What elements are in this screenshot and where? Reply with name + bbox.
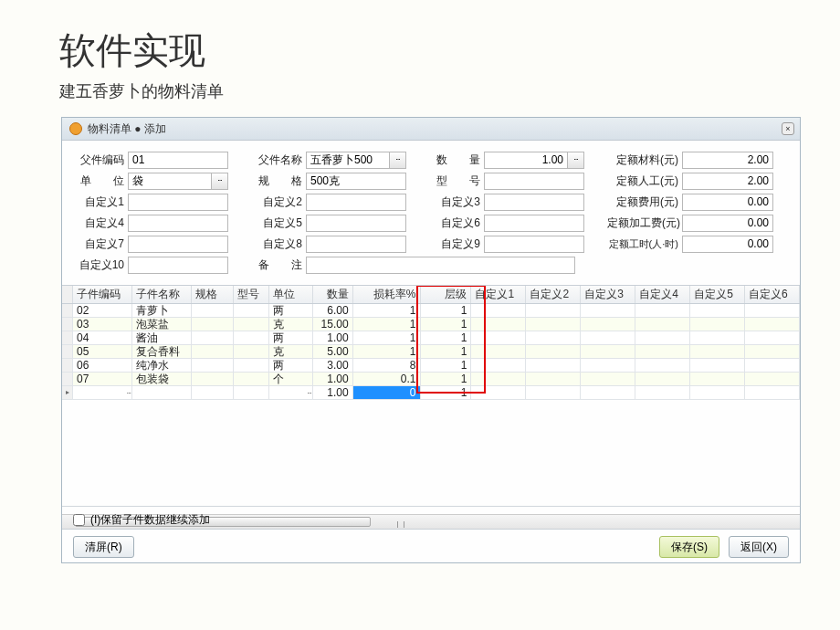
cell-z5[interactable]	[690, 304, 745, 317]
cell-z6[interactable]	[745, 359, 800, 372]
cell-z6[interactable]	[745, 373, 800, 385]
cell-code[interactable]	[73, 386, 132, 399]
cell-spec[interactable]	[192, 345, 234, 358]
row-header[interactable]	[62, 304, 73, 317]
cell-level[interactable]: 1	[421, 359, 472, 372]
qty-field[interactable]	[484, 152, 568, 169]
cell-z5[interactable]	[690, 373, 745, 385]
cell-z5[interactable]	[690, 359, 745, 372]
cell-name[interactable]: 酱油	[132, 331, 192, 344]
cell-code[interactable]: 02	[73, 304, 132, 317]
cell-z2[interactable]	[526, 386, 581, 399]
cell-qty[interactable]: 1.00	[313, 373, 353, 385]
model-field[interactable]	[484, 173, 584, 190]
table-row[interactable]: 05复合香料克5.0011	[62, 345, 800, 359]
cell-code[interactable]: 03	[73, 318, 132, 331]
cell-code[interactable]: 07	[73, 373, 132, 385]
remark-field[interactable]	[306, 257, 575, 274]
cell-level[interactable]: 1	[421, 345, 472, 358]
cell-z4[interactable]	[635, 386, 690, 399]
std-fee-field[interactable]	[682, 194, 773, 211]
unit-lookup-button[interactable]: ···	[212, 173, 228, 190]
cell-unit[interactable]	[269, 386, 313, 399]
cell-model[interactable]	[234, 318, 269, 331]
cell-z4[interactable]	[635, 373, 690, 385]
cell-model[interactable]	[234, 345, 269, 358]
row-header[interactable]	[62, 318, 73, 331]
cell-z5[interactable]	[690, 386, 745, 399]
table-row[interactable]: 04酱油两1.0011	[62, 331, 800, 345]
col-z6[interactable]: 自定义6	[745, 286, 800, 303]
cell-unit[interactable]: 两	[269, 359, 313, 372]
cell-z1[interactable]	[471, 345, 526, 358]
z4-field[interactable]	[128, 215, 228, 232]
cell-code[interactable]: 04	[73, 331, 132, 344]
z1-field[interactable]	[128, 194, 228, 211]
cell-qty[interactable]: 6.00	[313, 304, 353, 317]
back-button[interactable]: 返回(X)	[729, 536, 789, 558]
cell-loss-selected[interactable]: 0	[353, 386, 421, 399]
cell-name[interactable]: 包装袋	[132, 373, 192, 385]
std-material-field[interactable]	[682, 152, 773, 169]
std-labor-field[interactable]	[682, 173, 773, 190]
cell-z6[interactable]	[745, 318, 800, 331]
table-row[interactable]: 03泡菜盐克15.0011	[62, 318, 800, 331]
parent-name-field[interactable]	[306, 152, 390, 169]
cell-spec[interactable]	[192, 359, 234, 372]
table-row[interactable]: 06纯净水两3.0081	[62, 359, 800, 373]
cell-z1[interactable]	[471, 373, 526, 385]
cell-level[interactable]: 1	[421, 386, 472, 399]
cell-z3[interactable]	[581, 318, 635, 331]
z3-field[interactable]	[484, 194, 584, 211]
table-row-new[interactable]: 1.0001	[62, 386, 800, 400]
cell-qty[interactable]: 1.00	[313, 386, 353, 399]
cell-level[interactable]: 1	[421, 373, 472, 385]
save-button[interactable]: 保存(S)	[659, 536, 719, 558]
cell-z4[interactable]	[635, 318, 690, 331]
cell-z3[interactable]	[581, 386, 635, 399]
unit-field[interactable]	[128, 173, 212, 190]
cell-qty[interactable]: 5.00	[313, 345, 353, 358]
cell-z2[interactable]	[526, 373, 581, 385]
cell-z2[interactable]	[526, 318, 581, 331]
cell-unit[interactable]: 个	[269, 373, 313, 385]
z2-field[interactable]	[306, 194, 406, 211]
cell-z6[interactable]	[745, 304, 800, 317]
cell-spec[interactable]	[192, 331, 234, 344]
cell-unit[interactable]: 两	[269, 331, 313, 344]
row-header[interactable]	[62, 331, 73, 344]
cell-model[interactable]	[234, 331, 269, 344]
cell-loss[interactable]: 1	[353, 331, 421, 344]
cell-z2[interactable]	[526, 331, 581, 344]
cell-model[interactable]	[234, 359, 269, 372]
cell-z3[interactable]	[581, 373, 635, 385]
cell-spec[interactable]	[192, 386, 234, 399]
row-header[interactable]	[62, 345, 73, 358]
cell-z5[interactable]	[690, 331, 745, 344]
cell-unit[interactable]: 克	[269, 345, 313, 358]
cell-model[interactable]	[234, 373, 269, 385]
cell-z6[interactable]	[745, 386, 800, 399]
col-z2[interactable]: 自定义2	[526, 286, 581, 303]
col-level[interactable]: 层级	[421, 286, 472, 303]
col-z1[interactable]: 自定义1	[471, 286, 526, 303]
z5-field[interactable]	[306, 215, 406, 232]
cell-level[interactable]: 1	[421, 331, 472, 344]
col-spec[interactable]: 规格	[192, 286, 234, 303]
cell-loss[interactable]: 8	[353, 359, 421, 372]
cell-name[interactable]: 纯净水	[132, 359, 192, 372]
cell-level[interactable]: 1	[421, 318, 472, 331]
col-model[interactable]: 型号	[234, 286, 269, 303]
cell-z2[interactable]	[526, 304, 581, 317]
cell-z4[interactable]	[635, 359, 690, 372]
parent-code-field[interactable]	[128, 152, 228, 169]
clear-button[interactable]: 清屏(R)	[73, 536, 134, 558]
cell-qty[interactable]: 3.00	[313, 359, 353, 372]
cell-z2[interactable]	[526, 359, 581, 372]
cell-loss[interactable]: 1	[353, 345, 421, 358]
col-z3[interactable]: 自定义3	[581, 286, 635, 303]
cell-z1[interactable]	[471, 331, 526, 344]
cell-spec[interactable]	[192, 304, 234, 317]
cell-z6[interactable]	[745, 331, 800, 344]
cell-model[interactable]	[234, 304, 269, 317]
